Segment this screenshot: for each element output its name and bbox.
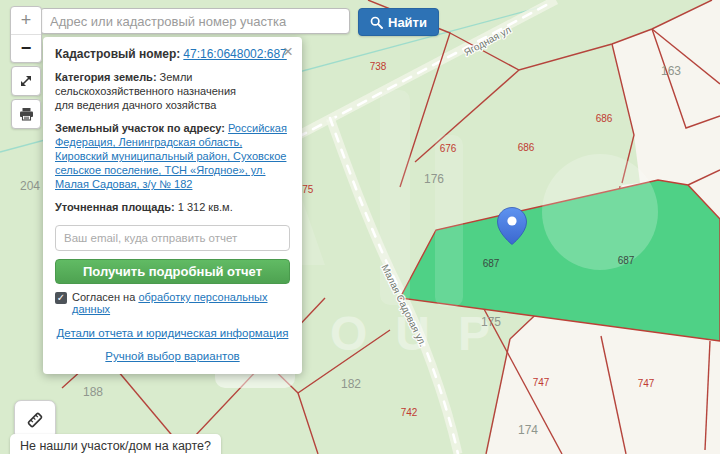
cadastral-number-row: Кадастровый номер: 47:16:0648002:687 bbox=[55, 47, 290, 61]
parcel-number-label: 176 bbox=[424, 172, 444, 186]
parcel-number-label: 738 bbox=[370, 61, 387, 72]
search-icon bbox=[370, 16, 383, 29]
expand-icon bbox=[19, 74, 33, 88]
consent-row: ✓ Согласен на обработку персональных дан… bbox=[55, 291, 290, 315]
parcel-info-popup: × Кадастровый номер: 47:16:0648002:687 К… bbox=[43, 37, 302, 374]
print-button[interactable] bbox=[11, 99, 41, 129]
parcel-number-label: 175 bbox=[481, 315, 501, 329]
parcel-number-label: 188 bbox=[83, 385, 103, 399]
search-bar: Найти bbox=[40, 8, 439, 36]
printer-icon bbox=[19, 107, 34, 121]
parcel-number-label: 204 bbox=[20, 179, 40, 193]
zoom-out-button[interactable]: − bbox=[11, 35, 41, 62]
cadastral-map-app: GROUP 7381636866866761762046756136876871… bbox=[0, 0, 720, 454]
cadastral-number-label: Кадастровый номер: bbox=[55, 47, 180, 61]
fullscreen-button[interactable] bbox=[11, 66, 41, 96]
search-button[interactable]: Найти bbox=[358, 8, 439, 36]
not-found-button[interactable]: Не нашли участок/дом на карте? bbox=[10, 434, 221, 454]
parcel-number-label: 747 bbox=[533, 377, 550, 388]
get-report-button[interactable]: Получить подробный отчет bbox=[55, 259, 290, 284]
search-button-label: Найти bbox=[388, 15, 427, 30]
parcel-number-label: 182 bbox=[341, 377, 361, 391]
area-row: Уточненная площадь: 1 312 кв.м. bbox=[55, 200, 290, 214]
manual-choice-link[interactable]: Ручной выбор вариантов bbox=[105, 350, 239, 362]
email-field[interactable] bbox=[55, 225, 290, 251]
parcel-number-label: 687 bbox=[483, 258, 500, 269]
search-input[interactable] bbox=[40, 8, 350, 34]
parcel-number-label: 686 bbox=[596, 113, 613, 124]
parcel-number-label: 163 bbox=[661, 64, 681, 78]
address-row: Земельный участок по адресу: Российская … bbox=[55, 121, 290, 191]
parcel-number-label: 174 bbox=[518, 423, 538, 437]
parcel-number-label: 686 bbox=[518, 142, 535, 153]
report-details-link[interactable]: Детали отчета и юридическая информация bbox=[57, 327, 289, 339]
land-category-row: Категория земель: Земли сельскохозяйстве… bbox=[55, 70, 290, 112]
consent-checkbox[interactable]: ✓ bbox=[55, 292, 67, 304]
parcel-number-label: 747 bbox=[638, 378, 655, 389]
zoom-in-button[interactable]: + bbox=[11, 7, 41, 35]
ruler-icon bbox=[25, 410, 45, 430]
close-icon[interactable]: × bbox=[283, 43, 293, 60]
parcel-number-label: 742 bbox=[401, 407, 418, 418]
parcel-number-label: 687 bbox=[618, 255, 635, 266]
parcel-number-label: 676 bbox=[440, 143, 457, 154]
cadastral-number-link[interactable]: 47:16:0648002:687 bbox=[183, 47, 286, 61]
zoom-control: + − bbox=[10, 6, 42, 63]
